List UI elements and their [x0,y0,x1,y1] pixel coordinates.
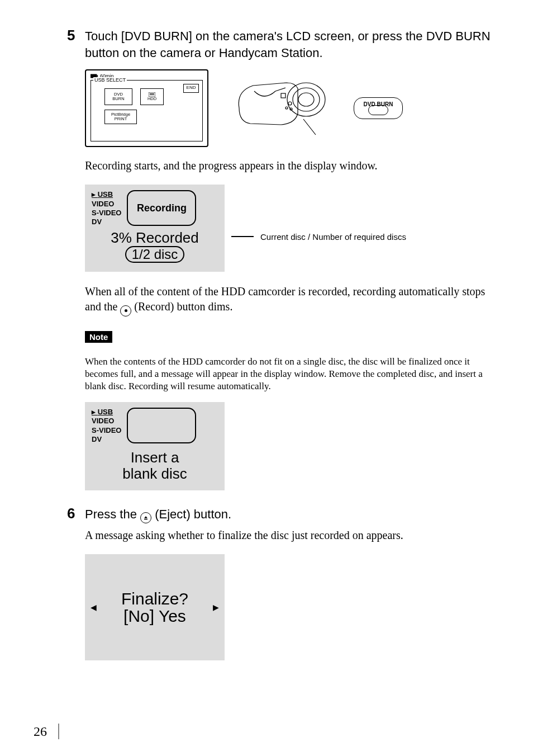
finalize-line-1: Finalize? [121,590,188,608]
callout-leader-line [231,236,254,237]
recording-bubble: Recording [127,190,196,226]
progress-percent: 3% Recorded [92,230,218,246]
lcd-end-label: END [187,86,196,91]
note-label: Note [85,331,112,343]
insert-line-2: blank disc [92,466,218,482]
recording-status-display: USB VIDEO S-VIDEO DV Recording 3% Record… [85,185,225,272]
step-5-heading: Touch [DVD BURN] on the camera's LCD scr… [85,28,499,61]
lcd-pictbridge-label: PictBridge PRINT [111,112,130,122]
dvd-burn-physical-button: DVD BURN [354,97,403,119]
mode-usb: USB [92,190,121,199]
svg-rect-13 [144,519,147,519]
eject-icon [140,512,151,523]
record-icon [120,305,131,316]
left-arrow-icon: ◀ [91,603,97,612]
svg-point-10 [285,107,288,109]
right-arrow-icon: ▶ [213,603,219,612]
mode2-svideo: S-VIDEO [92,426,121,435]
mode-video: VIDEO [92,200,121,209]
step-6-body: A message asking whether to finalize the… [85,528,499,543]
insert-line-1: Insert a [92,450,218,466]
dvd-burn-button-icon [368,105,388,115]
finalize-prompt-display: ◀ Finalize? [No] Yes ▶ [85,554,225,660]
step-5-completion-text: When all of the content of the HDD camco… [85,284,499,316]
lcd-end-button[interactable]: END [183,84,199,93]
mode2-video: VIDEO [92,417,121,426]
svg-point-7 [298,93,314,106]
mode2-usb: USB [92,408,121,417]
step-6-head-a: Press the [85,507,140,521]
camcorder-illustration [220,69,342,147]
lcd-dvd-burn-label: DVD BURN [112,92,124,102]
svg-point-6 [293,88,320,111]
svg-rect-3 [150,93,154,94]
note-text: When the contents of the HDD camcorder d… [85,356,499,393]
page-number: 26 [34,724,47,739]
svg-marker-12 [144,516,147,518]
empty-bubble [127,408,196,443]
insert-disc-display: USB VIDEO S-VIDEO DV Insert a blank disc [85,402,225,490]
input-mode-list-2: USB VIDEO S-VIDEO DV [92,408,121,444]
lcd-hdd-label: HDD [147,97,156,101]
mode2-dv: DV [92,435,121,444]
input-mode-list: USB VIDEO S-VIDEO DV [92,190,121,226]
lcd-dvd-burn-button[interactable]: DVD BURN [104,88,132,105]
step-6-number: 6 [67,505,85,522]
page-number-divider [58,724,59,739]
finalize-line-2: [No] Yes [121,607,188,625]
step-6-head-b: (Eject) button. [155,507,231,521]
lcd-frame-title: USB SELECT [93,77,127,83]
step-6-heading: Press the (Eject) button. [85,506,231,523]
disc-count-callout: Current disc / Number of required discs [260,232,406,242]
svg-rect-8 [281,93,285,98]
lcd-hdd-button[interactable]: HDD [140,88,164,105]
disc-count: 1/2 disc [125,246,185,263]
step-5-result-text: Recording starts, and the progress appea… [85,158,499,173]
svg-rect-4 [150,94,154,95]
completion-text-b: (Record) button dims. [134,300,232,313]
lcd-pictbridge-button[interactable]: PictBridge PRINT [104,110,137,124]
mode-svideo: S-VIDEO [92,209,121,218]
step-5-number: 5 [67,27,85,44]
mode-dv: DV [92,218,121,226]
camera-lcd-screen: 60min USB SELECT DVD BURN HDD END [85,69,208,147]
svg-point-9 [288,102,292,105]
